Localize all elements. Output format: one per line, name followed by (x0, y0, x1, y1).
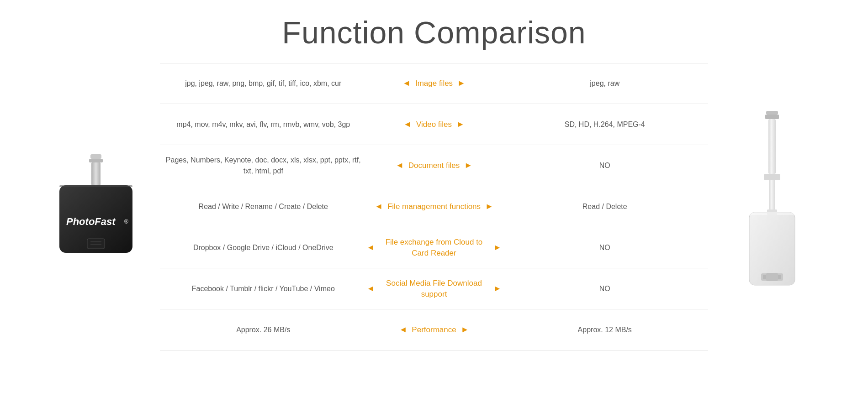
comparison-row-performance: Approx. 26 MB/s ◄ Performance ► Approx. … (160, 309, 708, 350)
arrow-left-social-media: ◄ (367, 284, 375, 293)
arrow-left-video-files: ◄ (403, 120, 412, 129)
apple-adapter-svg (738, 111, 806, 303)
svg-rect-8 (90, 241, 101, 242)
arrow-left-cloud-exchange: ◄ (367, 243, 375, 252)
main-layout: PhotoFast ® jpg, jpeg, raw, png, bmp, gi… (0, 63, 868, 350)
svg-rect-4 (59, 185, 132, 187)
arrow-right-image-files: ► (457, 78, 466, 88)
arrow-right-video-files: ► (456, 120, 465, 129)
center-label-social-media: Social Media File Download support (379, 278, 488, 300)
arrow-right-cloud-exchange: ► (493, 243, 502, 252)
col-right-document-files: NO (501, 160, 708, 171)
comparison-row-file-management: Read / Write / Rename / Create / Delete … (160, 186, 708, 227)
col-center-social-media: ◄ Social Media File Download support ► (367, 278, 502, 300)
col-center-performance: ◄ Performance ► (367, 324, 502, 335)
svg-rect-0 (90, 154, 101, 159)
page-title: Function Comparison (0, 0, 868, 63)
col-left-cloud-exchange: Dropbox / Google Drive / iCloud / OneDri… (160, 242, 367, 253)
comparison-table: jpg, jpeg, raw, png, bmp, gif, tif, tiff… (160, 63, 708, 350)
center-label-cloud-exchange: File exchange from Cloud to Card Reader (379, 237, 488, 259)
arrow-left-performance: ◄ (399, 325, 408, 335)
arrow-right-performance: ► (461, 325, 469, 335)
left-product-area: PhotoFast ® (32, 154, 160, 259)
comparison-row-cloud-exchange: Dropbox / Google Drive / iCloud / OneDri… (160, 227, 708, 268)
svg-rect-11 (765, 115, 779, 119)
svg-rect-2 (91, 162, 101, 185)
col-center-video-files: ◄ Video files ► (367, 119, 502, 130)
col-left-document-files: Pages, Numbers, Keynote, doc, docx, xls,… (160, 155, 367, 177)
svg-text:PhotoFast: PhotoFast (66, 216, 116, 227)
col-right-social-media: NO (501, 283, 708, 294)
comparison-row-document-files: Pages, Numbers, Keynote, doc, docx, xls,… (160, 145, 708, 186)
col-center-file-management: ◄ File management functions ► (367, 201, 502, 212)
svg-rect-13 (764, 174, 780, 180)
svg-text:®: ® (124, 219, 128, 225)
svg-rect-1 (89, 159, 103, 162)
col-center-document-files: ◄ Document files ► (367, 160, 502, 171)
page-wrapper: Function Comparison (0, 0, 868, 413)
arrow-right-document-files: ► (464, 161, 472, 170)
comparison-row-video-files: mp4, mov, m4v, mkv, avi, flv, rm, rmvb, … (160, 104, 708, 145)
col-right-performance: Approx. 12 MB/s (501, 324, 708, 335)
arrow-left-document-files: ◄ (396, 161, 404, 170)
arrow-right-file-management: ► (485, 202, 493, 211)
arrow-left-image-files: ◄ (402, 78, 411, 88)
center-label-document-files: Document files (408, 160, 460, 171)
arrow-left-file-management: ◄ (375, 202, 383, 211)
col-left-image-files: jpg, jpeg, raw, png, bmp, gif, tif, tiff… (160, 78, 367, 89)
center-label-performance: Performance (412, 324, 456, 335)
svg-rect-20 (749, 212, 795, 215)
center-label-file-management: File management functions (387, 201, 481, 212)
col-center-cloud-exchange: ◄ File exchange from Cloud to Card Reade… (367, 237, 502, 259)
col-left-video-files: mp4, mov, m4v, mkv, avi, flv, rm, rmvb, … (160, 119, 367, 130)
col-left-file-management: Read / Write / Rename / Create / Delete (160, 201, 367, 212)
comparison-row-image-files: jpg, jpeg, raw, png, bmp, gif, tif, tiff… (160, 63, 708, 104)
comparison-row-social-media: Facebook / Tumblr / flickr / YouTube / V… (160, 268, 708, 309)
svg-rect-10 (766, 111, 778, 115)
svg-rect-19 (766, 273, 778, 281)
col-right-video-files: SD, HD, H.264, MPEG-4 (501, 119, 708, 130)
col-right-file-management: Read / Delete (501, 201, 708, 212)
col-right-image-files: jpeg, raw (501, 78, 708, 89)
svg-rect-12 (768, 119, 776, 174)
right-product-area (708, 111, 836, 303)
col-left-social-media: Facebook / Tumblr / flickr / YouTube / V… (160, 283, 367, 294)
svg-rect-9 (90, 244, 101, 245)
center-label-video-files: Video files (416, 119, 452, 130)
col-right-cloud-exchange: NO (501, 242, 708, 253)
photofast-device-svg: PhotoFast ® (50, 154, 142, 259)
svg-rect-14 (769, 180, 775, 212)
center-label-image-files: Image files (415, 78, 453, 89)
col-left-performance: Approx. 26 MB/s (160, 324, 367, 335)
arrow-right-social-media: ► (493, 284, 502, 293)
col-center-image-files: ◄ Image files ► (367, 78, 502, 89)
